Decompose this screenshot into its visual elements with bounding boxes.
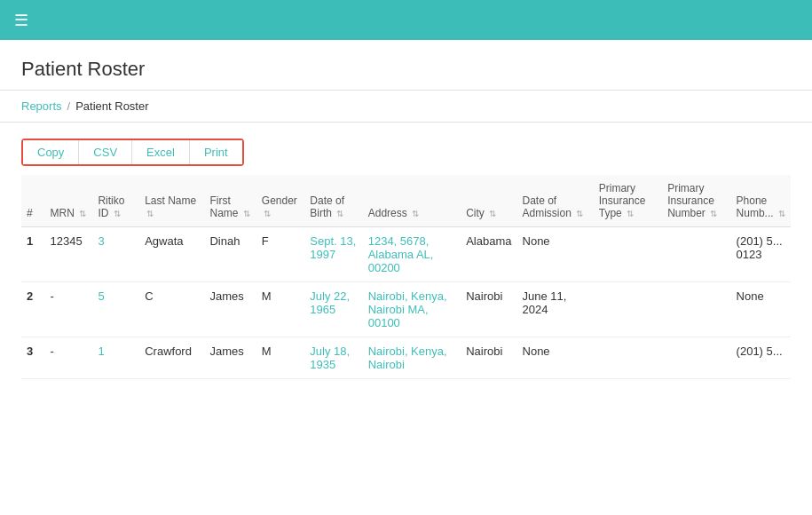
col-header-pin[interactable]: Primary Insurance Number ⇅ xyxy=(662,175,730,227)
cell-gender: M xyxy=(256,337,305,379)
cell-doa: None xyxy=(517,337,594,379)
table-row: 1123453AgwataDinahFSept. 13, 19971234, 5… xyxy=(21,227,791,282)
sort-icon-pit: ⇅ xyxy=(627,209,634,218)
cell-address: Nairobi, Kenya, Nairobi xyxy=(363,337,461,379)
col-header-num: # xyxy=(21,175,45,227)
patient-table: # MRN ⇅ Ritiko ID ⇅ Last Name ⇅ First Na… xyxy=(21,175,791,379)
sort-icon-city: ⇅ xyxy=(489,209,496,218)
cell-first: James xyxy=(204,282,256,337)
col-header-ritiko[interactable]: Ritiko ID ⇅ xyxy=(92,175,139,227)
breadcrumb: Reports / Patient Roster xyxy=(0,91,812,123)
cell-dob: Sept. 13, 1997 xyxy=(304,227,362,282)
sort-icon-dob: ⇅ xyxy=(336,209,343,218)
copy-button[interactable]: Copy xyxy=(23,140,79,164)
col-header-address[interactable]: Address ⇅ xyxy=(363,175,461,227)
sort-icon-address: ⇅ xyxy=(412,209,419,218)
cell-ritiko[interactable]: 3 xyxy=(92,227,139,282)
cell-phone: (201) 5... xyxy=(731,337,791,379)
toolbar: Copy CSV Excel Print xyxy=(0,123,812,175)
cell-pit xyxy=(594,282,662,337)
excel-button[interactable]: Excel xyxy=(132,140,190,164)
cell-pin xyxy=(662,282,730,337)
print-button[interactable]: Print xyxy=(190,140,242,164)
sort-icon-mrn: ⇅ xyxy=(79,209,86,218)
cell-ritiko[interactable]: 1 xyxy=(92,337,139,379)
cell-address: 1234, 5678, Alabama AL, 00200 xyxy=(363,227,461,282)
topbar: ☰ xyxy=(0,0,812,40)
cell-num: 3 xyxy=(21,337,45,379)
breadcrumb-separator: / xyxy=(67,99,71,113)
sort-icon-doa: ⇅ xyxy=(576,209,583,218)
cell-dob: July 18, 1935 xyxy=(304,337,362,379)
cell-pin xyxy=(662,227,730,282)
cell-doa: None xyxy=(517,227,594,282)
cell-last: C xyxy=(139,282,204,337)
sort-icon-pin: ⇅ xyxy=(710,209,717,218)
export-button-group: Copy CSV Excel Print xyxy=(21,139,244,166)
cell-last: Crawford xyxy=(139,337,204,379)
col-header-doa[interactable]: Date of Admission ⇅ xyxy=(517,175,594,227)
page-title-section: Patient Roster xyxy=(0,40,812,91)
sort-icon-phone: ⇅ xyxy=(778,209,785,218)
col-header-gender[interactable]: Gender ⇅ xyxy=(256,175,305,227)
col-header-city[interactable]: City ⇅ xyxy=(461,175,516,227)
cell-gender: F xyxy=(256,227,305,282)
cell-city: Alabama xyxy=(461,227,516,282)
table-header-row: # MRN ⇅ Ritiko ID ⇅ Last Name ⇅ First Na… xyxy=(21,175,791,227)
cell-city: Nairobi xyxy=(461,282,516,337)
cell-mrn: - xyxy=(45,282,93,337)
cell-ritiko[interactable]: 5 xyxy=(92,282,139,337)
col-header-last[interactable]: Last Name ⇅ xyxy=(139,175,204,227)
page-title: Patient Roster xyxy=(21,58,791,81)
sort-icon-first: ⇅ xyxy=(243,209,250,218)
cell-pin xyxy=(662,337,730,379)
patient-table-container: # MRN ⇅ Ritiko ID ⇅ Last Name ⇅ First Na… xyxy=(0,175,812,379)
cell-city: Nairobi xyxy=(461,337,516,379)
csv-button[interactable]: CSV xyxy=(79,140,132,164)
cell-address: Nairobi, Kenya, Nairobi MA, 00100 xyxy=(363,282,461,337)
cell-num: 1 xyxy=(21,227,45,282)
cell-doa: June 11, 2024 xyxy=(517,282,594,337)
cell-last: Agwata xyxy=(139,227,204,282)
table-row: 3-1CrawfordJamesMJuly 18, 1935Nairobi, K… xyxy=(21,337,791,379)
cell-num: 2 xyxy=(21,282,45,337)
cell-first: James xyxy=(204,337,256,379)
cell-phone: None xyxy=(731,282,791,337)
breadcrumb-reports-link[interactable]: Reports xyxy=(21,99,62,113)
cell-mrn: - xyxy=(45,337,93,379)
sort-icon-last: ⇅ xyxy=(146,209,154,218)
cell-dob: July 22, 1965 xyxy=(304,282,362,337)
cell-phone: (201) 5... 0123 xyxy=(731,227,791,282)
col-header-first[interactable]: First Name ⇅ xyxy=(204,175,256,227)
sort-icon-gender: ⇅ xyxy=(264,209,271,218)
sort-icon-ritiko: ⇅ xyxy=(114,209,121,218)
menu-icon[interactable]: ☰ xyxy=(14,11,28,30)
cell-mrn: 12345 xyxy=(45,227,93,282)
cell-first: Dinah xyxy=(204,227,256,282)
table-row: 2-5CJamesMJuly 22, 1965Nairobi, Kenya, N… xyxy=(21,282,791,337)
cell-pit xyxy=(594,227,662,282)
col-header-pit[interactable]: Primary Insurance Type ⇅ xyxy=(594,175,662,227)
breadcrumb-current: Patient Roster xyxy=(75,99,148,113)
col-header-mrn[interactable]: MRN ⇅ xyxy=(45,175,93,227)
cell-gender: M xyxy=(256,282,305,337)
col-header-phone[interactable]: Phone Numb... ⇅ xyxy=(731,175,791,227)
cell-pit xyxy=(594,337,662,379)
col-header-dob[interactable]: Date of Birth ⇅ xyxy=(304,175,362,227)
